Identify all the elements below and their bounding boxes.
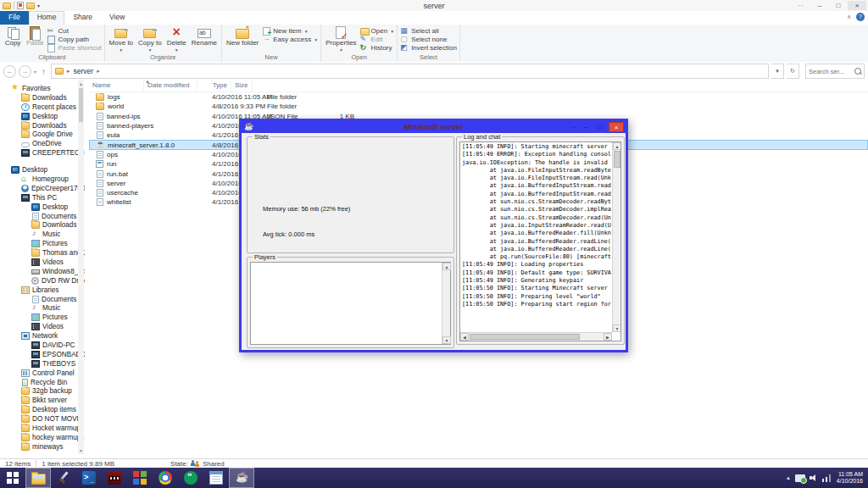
- back-button[interactable]: ←: [3, 65, 16, 78]
- copy-to-button[interactable]: Copy to▼: [136, 25, 164, 53]
- sidebar-item[interactable]: Music: [0, 303, 85, 313]
- mc-maximize-button[interactable]: □: [594, 122, 606, 132]
- column-header[interactable]: Name: [89, 80, 144, 92]
- sidebar-item[interactable]: Videos: [0, 258, 85, 267]
- scroll-down-icon[interactable]: ▼: [613, 324, 621, 332]
- sidebar-item[interactable]: Downloads: [0, 93, 85, 103]
- chrome-browser[interactable]: [153, 468, 178, 488]
- search-icon[interactable]: [854, 68, 861, 75]
- mc-close-button[interactable]: ×: [609, 122, 624, 132]
- new-folder-button[interactable]: New folder: [225, 25, 260, 47]
- sidebar-item[interactable]: 32gb backup: [0, 387, 85, 396]
- column-header[interactable]: Type: [198, 80, 231, 92]
- colors-app[interactable]: [127, 468, 153, 488]
- breadcrumb-arrow-icon[interactable]: ▸: [97, 68, 100, 75]
- java-server-app[interactable]: [229, 468, 254, 488]
- sidebar-item[interactable]: mineways: [0, 442, 85, 452]
- sidebar-item[interactable]: Videos: [0, 322, 85, 331]
- sidebar-item[interactable]: Libraries: [0, 286, 85, 295]
- sidebar-item[interactable]: Downloads: [0, 220, 85, 230]
- scroll-up-icon[interactable]: ▲: [613, 142, 621, 150]
- scroll-left-icon[interactable]: ◀: [460, 333, 469, 341]
- mc-title-bar[interactable]: Minecraft server ·· – □ ×: [242, 121, 626, 133]
- sidebar-item[interactable]: EPSONBADDFE: [0, 350, 85, 359]
- ribbon-tab[interactable]: Home: [29, 11, 65, 25]
- copy-path-button[interactable]: Copy path: [47, 36, 101, 43]
- log-scroll-area[interactable]: [11:05:49 INFO]: Starting minecraft serv…: [459, 141, 621, 341]
- ribbon-tab[interactable]: View: [101, 11, 133, 25]
- close-button[interactable]: ×: [848, 1, 866, 10]
- delete-button[interactable]: Delete▼: [165, 25, 188, 53]
- logs[interactable]: logs 4/10/2016 11:05 AM File folder: [89, 92, 868, 102]
- log-horizontal-scrollbar[interactable]: ◀ ▶: [460, 332, 612, 341]
- minimize-button[interactable]: –: [810, 1, 829, 10]
- paste-shortcut-button[interactable]: Paste shortcut: [47, 44, 101, 52]
- cut-button[interactable]: Cut: [47, 27, 101, 35]
- sidebar-item[interactable]: Documents: [0, 295, 85, 304]
- minimize-ribbon-icon[interactable]: ∧: [847, 14, 851, 20]
- sidebar-item[interactable]: Thomas and Jack (th: [0, 248, 85, 258]
- invert-selection-button[interactable]: Invert selection: [400, 44, 457, 52]
- forward-button[interactable]: →: [19, 65, 31, 78]
- scroll-right-icon[interactable]: ▶: [604, 333, 612, 341]
- new-item-button[interactable]: New item▼: [262, 27, 318, 35]
- sidebar-item[interactable]: Homegroup: [0, 175, 85, 184]
- world[interactable]: world 4/8/2016 9:33 PM File folder: [89, 102, 868, 111]
- sidebar-item[interactable]: Desktop: [0, 202, 85, 212]
- minecraft-server-window[interactable]: Minecraft server ·· – □ × Stats Memory u…: [239, 119, 628, 352]
- log-text[interactable]: [11:05:49 INFO]: Starting minecraft serv…: [462, 143, 611, 331]
- sidebar-item[interactable]: Control Panel: [0, 369, 85, 378]
- history-button[interactable]: History: [360, 44, 395, 52]
- volume-icon[interactable]: [810, 474, 818, 482]
- sidebar-item[interactable]: DAVID-PC: [0, 341, 85, 350]
- file-explorer[interactable]: [25, 468, 51, 488]
- breadcrumb[interactable]: ▸ server ▸: [51, 64, 769, 79]
- sidebar-item[interactable]: EpicCreeper1780: [0, 184, 85, 193]
- notepad-app[interactable]: [203, 468, 229, 488]
- scrollbar-thumb[interactable]: [614, 151, 620, 168]
- sidebar-item[interactable]: Network: [0, 331, 85, 341]
- sidebar-item[interactable]: Desktop: [0, 165, 85, 175]
- easy-access-button[interactable]: Easy access▼: [262, 36, 318, 43]
- scroll-up-icon[interactable]: ▲: [78, 80, 84, 87]
- scroll-up-icon[interactable]: ▲: [442, 263, 451, 270]
- up-button[interactable]: ↑: [42, 67, 46, 76]
- scroll-down-icon[interactable]: ▼: [78, 447, 84, 454]
- sidebar-item[interactable]: Recent places: [0, 103, 85, 112]
- recent-locations-icon[interactable]: ▾: [34, 69, 36, 75]
- select-all-button[interactable]: Select all: [400, 27, 457, 35]
- ribbon-tab[interactable]: File: [0, 11, 29, 25]
- sidebar-item[interactable]: This PC: [0, 193, 85, 202]
- sidebar-item[interactable]: Google Drive: [0, 130, 85, 139]
- sidebar-item[interactable]: hockey warmups 3: [0, 433, 85, 442]
- address-dropdown-icon[interactable]: ▾: [771, 64, 784, 79]
- tray-clock[interactable]: 11:05 AM 4/10/2016: [837, 471, 863, 485]
- sidebar-item[interactable]: Documents: [0, 212, 85, 221]
- sidebar-item[interactable]: DO NOT MOVE: [0, 414, 85, 424]
- players-scrollbar[interactable]: ▲ ▼: [442, 263, 450, 344]
- sidebar-item[interactable]: CREEPERTECH: [0, 148, 85, 158]
- open-button[interactable]: Open▼: [360, 27, 395, 35]
- sidebar-item[interactable]: Music: [0, 230, 85, 239]
- sidebar-item[interactable]: Desktop: [0, 112, 85, 121]
- select-none-button[interactable]: Select none: [400, 36, 457, 43]
- minecraft-sword-app[interactable]: [51, 468, 76, 488]
- sidebar-item[interactable]: Downloads: [0, 121, 85, 130]
- breadcrumb-segment[interactable]: server: [74, 67, 94, 75]
- mc-minimize-button[interactable]: –: [580, 122, 592, 132]
- sidebar-item[interactable]: Favorites: [0, 84, 85, 93]
- players-list[interactable]: ▲ ▼: [250, 262, 451, 345]
- sidebar-scrollbar[interactable]: ▲ ▼: [78, 80, 84, 454]
- sidebar-item[interactable]: Hocket warmups 2: [0, 424, 85, 433]
- rename-button[interactable]: Rename: [190, 25, 219, 47]
- help-icon[interactable]: ?: [856, 13, 865, 21]
- start-button[interactable]: [0, 468, 25, 488]
- edit-button[interactable]: Edit: [360, 36, 395, 43]
- sidebar-item[interactable]: Desktop items: [0, 405, 85, 414]
- hangouts-app[interactable]: [178, 468, 203, 488]
- log-vertical-scrollbar[interactable]: ▲ ▼: [612, 142, 620, 332]
- scroll-down-icon[interactable]: ▼: [442, 336, 451, 344]
- maximize-button[interactable]: □: [829, 1, 848, 10]
- hidden-icons-chevron-icon[interactable]: ▲: [786, 475, 791, 480]
- network-status-icon[interactable]: [795, 474, 805, 482]
